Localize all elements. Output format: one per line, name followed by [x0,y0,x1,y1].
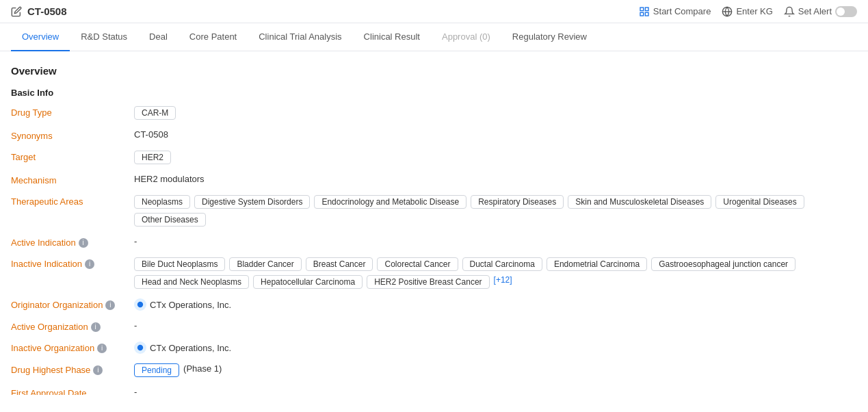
app-header: CT-0508 Start Compare Enter KG Set Alert [0,0,868,23]
originator-org-label: Originator Organization i [11,298,134,310]
inactive-indication-tag: Hepatocellular Carcinoma [253,275,363,289]
tab-clinical-result[interactable]: Clinical Result [353,23,431,51]
enter-kg-label: Enter KG [736,6,772,16]
main-content: Overview Basic Info Drug Type CAR-M Syno… [0,51,868,395]
inactive-indication-more[interactable]: [+12] [494,275,512,285]
drug-type-row: Drug Type CAR-M [11,106,857,120]
originator-org-value: CTx Operations, Inc. [134,298,857,311]
active-indication-value: - [134,236,857,246]
first-approval-date-row: First Approval Date - [11,387,857,395]
inactive-org-icon [134,342,146,354]
first-approval-date-value: - [134,387,857,395]
inactive-indication-tag: Colorectal Cancer [377,257,458,271]
target-row: Target HER2 [11,151,857,164]
inactive-org-row: Inactive Organization i CTx Operations, … [11,342,857,354]
active-org-info-icon[interactable]: i [91,322,101,332]
active-indication-label: Active Indication i [11,236,134,248]
originator-org-icon [134,298,146,311]
header-actions: Start Compare Enter KG Set Alert [639,6,857,17]
therapeutic-area-tag: Urogenital Diseases [715,195,804,209]
inactive-org-value: CTx Operations, Inc. [134,342,857,354]
inactive-indication-tag: Bladder Cancer [229,257,301,271]
svg-rect-2 [645,12,648,16]
therapeutic-area-tag: Skin and Musculoskeletal Diseases [568,195,711,209]
target-label: Target [11,151,134,162]
start-compare-button[interactable]: Start Compare [639,6,711,17]
originator-org-badge: CTx Operations, Inc. [134,298,231,311]
originator-org-name: CTx Operations, Inc. [150,300,231,310]
compare-icon [639,6,650,17]
inactive-indication-value: Bile Duct NeoplasmsBladder CancerBreast … [134,257,857,289]
active-indication-info-icon[interactable]: i [79,238,88,248]
therapeutic-area-tag: Digestive System Disorders [194,195,310,209]
active-org-row: Active Organization i - [11,320,857,332]
basic-info-title: Basic Info [11,88,857,98]
inactive-indication-tag: Bile Duct Neoplasms [134,257,225,271]
active-org-label: Active Organization i [11,320,134,332]
edit-icon [11,6,22,17]
inactive-indication-label: Inactive Indication i [11,257,134,269]
target-tag: HER2 [134,151,171,164]
nav-tabs: Overview R&D Status Deal Core Patent Cli… [0,23,868,51]
drug-type-value: CAR-M [134,106,857,120]
inactive-indication-tag: Head and Neck Neoplasms [134,275,249,289]
therapeutic-areas-label: Therapeutic Areas [11,195,134,207]
mechanism-value: HER2 modulators [134,174,857,184]
alert-toggle[interactable] [835,6,857,17]
drug-highest-phase-row: Drug Highest Phase i Pending (Phase 1) [11,363,857,377]
phase-sub: (Phase 1) [183,363,222,374]
drug-highest-phase-label: Drug Highest Phase i [11,363,134,375]
synonyms-row: Synonyms CT-0508 [11,129,857,141]
tab-clinical-trial-analysis[interactable]: Clinical Trial Analysis [248,23,352,51]
originator-org-row: Originator Organization i CTx Operations… [11,298,857,311]
tab-overview[interactable]: Overview [11,23,70,51]
alert-icon [784,6,795,17]
therapeutic-areas-row: Therapeutic Areas NeoplasmsDigestive Sys… [11,195,857,227]
tab-rd-status[interactable]: R&D Status [70,23,138,51]
synonyms-label: Synonyms [11,129,134,141]
mechanism-label: Mechanism [11,174,134,185]
kg-icon [722,6,733,17]
drug-highest-phase-info-icon[interactable]: i [93,365,103,375]
target-value: HER2 [134,151,857,164]
pending-badge: Pending [134,363,179,377]
inactive-indication-tag: Gastrooesophageal junction cancer [651,257,795,271]
therapeutic-areas-value: NeoplasmsDigestive System DisordersEndoc… [134,195,857,227]
svg-rect-1 [645,8,648,11]
drug-highest-phase-value: Pending (Phase 1) [134,363,857,377]
start-compare-label: Start Compare [653,6,711,16]
set-alert-button[interactable]: Set Alert [784,6,857,17]
inactive-indication-tag: HER2 Positive Breast Cancer [367,275,489,289]
inactive-org-info-icon[interactable]: i [97,344,107,353]
inactive-indication-info-icon[interactable]: i [85,259,94,269]
svg-point-7 [137,345,143,350]
therapeutic-area-tag: Respiratory Diseases [471,195,564,209]
tab-core-patent[interactable]: Core Patent [179,23,248,51]
first-approval-date-label: First Approval Date [11,387,134,395]
tab-deal[interactable]: Deal [138,23,179,51]
svg-rect-0 [640,8,644,11]
svg-rect-3 [640,12,644,16]
active-org-value: - [134,320,857,331]
inactive-indication-tag: Breast Cancer [306,257,373,271]
inactive-org-badge: CTx Operations, Inc. [134,342,231,354]
inactive-org-name: CTx Operations, Inc. [150,343,231,353]
originator-org-info-icon[interactable]: i [105,300,115,310]
enter-kg-button[interactable]: Enter KG [722,6,772,17]
synonyms-value: CT-0508 [134,129,857,140]
overview-title: Overview [11,65,857,77]
tab-regulatory-review[interactable]: Regulatory Review [501,23,598,51]
drug-type-label: Drug Type [11,106,134,118]
therapeutic-area-tag: Neoplasms [134,195,190,209]
therapeutic-area-tag: Endocrinology and Metabolic Disease [314,195,466,209]
drug-id: CT-0508 [27,5,67,17]
set-alert-label: Set Alert [798,6,832,16]
inactive-indication-row: Inactive Indication i Bile Duct Neoplasm… [11,257,857,289]
drug-id-section: CT-0508 [11,5,67,17]
drug-type-tag: CAR-M [134,106,176,120]
inactive-indication-tag: Endometrial Carcinoma [547,257,647,271]
therapeutic-area-tag: Other Diseases [134,213,206,227]
svg-point-6 [137,302,143,307]
inactive-indication-tag: Ductal Carcinoma [462,257,542,271]
inactive-org-label: Inactive Organization i [11,342,134,353]
